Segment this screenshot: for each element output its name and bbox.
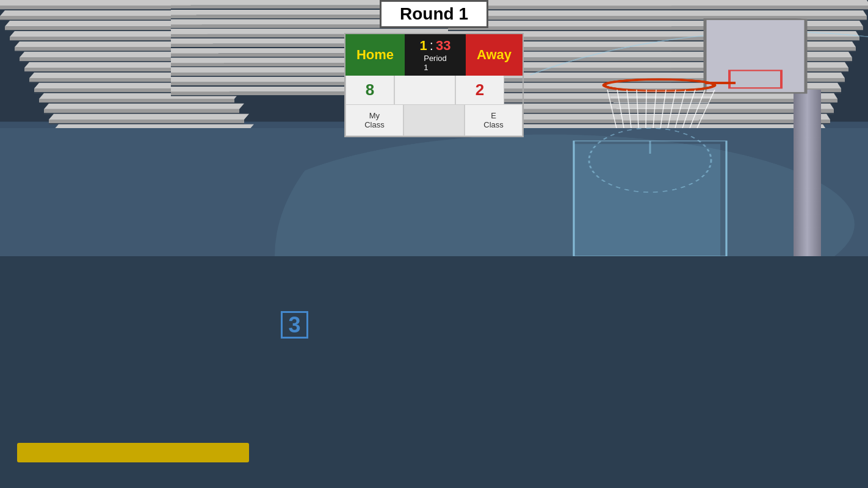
round-banner: Round 1 [380,0,488,28]
away-class-label: EClass [483,111,504,129]
away-label: Away [466,34,523,76]
away-class-button[interactable]: EClass [465,105,523,136]
scoreboard: Round 1 Home 1 : 33 Period 1 [336,0,532,137]
class-spacer [403,105,465,136]
round-title: Round 1 [400,4,468,23]
timer-mins: 1 [420,38,427,54]
away-score: 2 [455,76,504,105]
player-number: 3 [281,311,308,339]
score-spacer [394,76,455,105]
stamina-bar [17,443,249,462]
home-score: 8 [345,76,394,105]
home-class-label: MyClass [364,111,385,129]
game-container: Round 1 Home 1 : 33 Period 1 [0,0,868,488]
period-info: Period 1 [424,54,447,72]
timer-secs: 33 [436,38,450,54]
timer-colon: : [430,38,433,54]
home-label: Home [345,34,405,76]
home-class-button[interactable]: MyClass [345,105,403,136]
timer-display: 1 : 33 Period 1 [405,34,466,76]
